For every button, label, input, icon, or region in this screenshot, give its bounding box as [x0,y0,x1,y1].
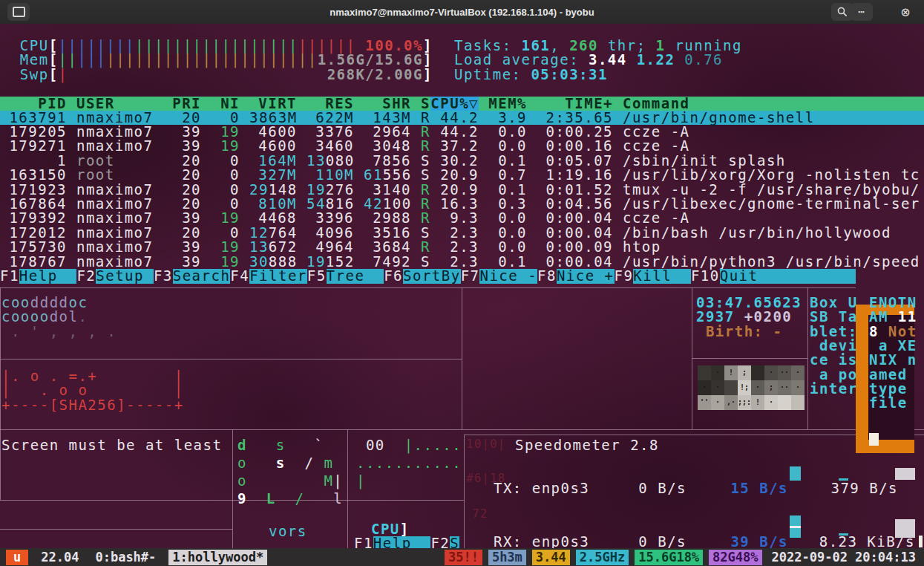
pane-border [0,500,464,501]
fkey-nice--[interactable]: F7Nice - [461,269,537,283]
tx-interface-label: TX: enp0s3 [494,481,589,495]
status-left: u22.040:bash#-1:hollywood* [0,550,267,565]
pane-border [0,429,924,430]
fkey-setup[interactable]: F2Setup [76,269,153,283]
tx-max-bar [895,468,915,480]
pane-border [0,529,232,530]
enotnam-line: file [869,396,908,410]
status-window-0[interactable]: 0:bash#- [91,550,160,565]
rx-avg-bar-bottom [790,528,801,538]
search-icon [837,7,848,17]
faint-glyph: 72 [472,507,488,521]
pane-border [462,287,462,429]
fkey-nice-+[interactable]: F8Nice + [537,269,614,283]
fkey-help[interactable]: F1Help [0,269,76,283]
status-memory: 15.6G18% [635,550,703,565]
screen: nmaximo7@nmaximo7-VirtualBox (192.168.1.… [0,0,924,566]
rx-current-rate: 0 B/s [616,535,687,549]
status-cpu-freq: 2.5GHz [576,550,629,565]
terminal[interactable]: CPU[||||||||||||||||||||||||||||||| 100.… [0,24,924,548]
pane-border [464,435,465,548]
uptime-line: Uptime: 05:03:31 [454,68,608,82]
titlebar: nmaximo7@nmaximo7-VirtualBox (192.168.1.… [0,0,924,25]
clock-line: Birth: - [696,325,782,339]
tx-avg-tick [839,478,848,481]
tx-average-rate: 15 B/s [705,481,788,495]
status-datetime: 2022-09-02 20:04:13 [768,550,920,565]
status-uptime: 5h3m [488,550,526,565]
fkey-search[interactable]: F3Search [154,269,230,283]
fkey-sortby[interactable]: F6SortBy [384,269,460,283]
status-disk: 82G48% [709,550,761,565]
faint-glyph: 10|0| [466,437,505,451]
terminal-cursor [919,536,923,547]
tx-max-rate: 379 B/s [802,481,898,495]
fkey-tree[interactable]: F5Tree [307,269,384,283]
pane-border [0,359,462,360]
letters-line: 9 L / l [237,492,343,506]
letters-line: o s / m [237,456,333,470]
letters-line: o M| [237,474,343,488]
status-load: 3.44 [532,550,570,565]
boxusb-line: inter [810,382,858,396]
dots-line: | [356,474,366,488]
rx-max-bar [895,519,915,538]
fkey-quit[interactable]: F10Quit [691,269,856,283]
status-updates: 35!! [445,550,482,565]
pane-border [0,287,1,500]
tx-current-rate: 0 B/s [616,481,687,495]
sha256-line: +----[SHA256]-----+ [1,398,184,412]
faint-glyph: #6|18 [466,471,505,485]
ellipsis-menu-icon: ⋯ [858,5,865,19]
menu-button[interactable]: ⋯ [851,3,873,21]
screen-size-message: Screen must be at least [1,438,222,452]
rx-avg-tick [839,533,848,536]
close-button[interactable]: ⊗ [894,3,917,21]
close-icon: ⊗ [901,3,910,21]
pane-border [347,429,348,548]
pane-border [807,287,808,429]
art-line: . ' , , , . [1,325,117,339]
htop-fkey-bar: F1Help F2Setup F3SearchF4FilterF5Tree F6… [0,269,856,283]
vors-text: vors [269,524,307,539]
byobu-status-bar: u22.040:bash#-1:hollywood* 35!!5h3m3.442… [0,548,924,566]
pane-border [232,429,233,548]
status-window-1[interactable]: 1:hollywood* [168,550,267,565]
pane-border [0,287,856,288]
status-release: 22.04 [37,550,82,565]
rx-average-rate: 39 B/s [705,535,788,549]
fkey-filter[interactable]: F4Filter [230,269,307,283]
status-right: 35!!5h3m3.442.5GHz15.6G18%82G48%2022-09-… [445,550,924,565]
status-logo: u [6,550,28,565]
window-title: nmaximo7@nmaximo7-VirtualBox (192.168.1.… [0,7,924,18]
dots-line: 00 |..... [356,438,462,452]
speedometer-title: Speedometer 2.8 [515,438,659,452]
letters-line: d s ` [237,438,324,452]
fkey-kill[interactable]: F9Kill [615,269,691,283]
process-row-178767[interactable]: 178767nmaximo7391930888191527492S2.30.10… [0,255,924,269]
caca-art-pane: ·!;······!;·;···''·,·;;::!· [698,365,805,410]
cursor-block [869,433,879,446]
pane-border [464,435,924,435]
tx-avg-bar [790,466,801,481]
swp-meter: Swp[| 268K/2.00G] [1,68,433,82]
rx-avg-bar-top [790,515,801,526]
rx-interface-label: RX: enp0s3 [494,535,589,549]
dots-line: ........... [356,456,462,470]
pane-border [692,358,807,359]
